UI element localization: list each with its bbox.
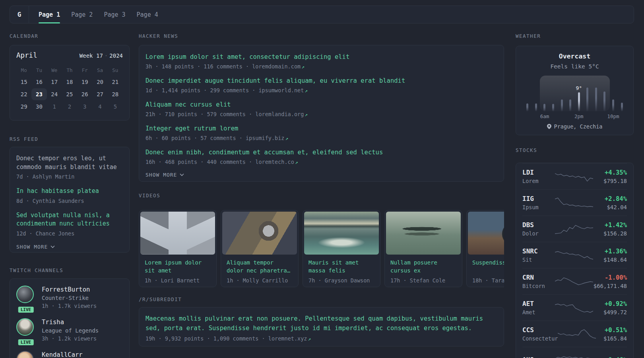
rss-show-more-button[interactable]: SHOW MORE (16, 244, 123, 250)
subreddit-post-title[interactable]: Maecenas mollis pulvinar erat non posuer… (145, 314, 497, 333)
stock-price: $148.64 (593, 256, 627, 263)
hackernews-item-title[interactable]: Aliquam nec cursus elit (145, 100, 497, 109)
hackernews-item-stats: 21h · 710 points · 579 comments · (145, 111, 255, 117)
twitch-channel-meta: 3h · 1.2k viewers (42, 335, 99, 342)
video-card[interactable]: Lorem ipsum dolor sit amet consectetu… 1… (139, 210, 217, 287)
hackernews-item-domain[interactable]: ipsumify.biz (246, 135, 285, 141)
subreddit-widget: Maecenas mollis pulvinar erat non posuer… (139, 307, 504, 346)
twitch-widget: LIVE ForrestBurton Counter-Strike 1h · 1… (10, 278, 130, 358)
twitch-section-label: TWITCH CHANNELS (10, 268, 130, 273)
hackernews-item: Aliquam nec cursus elit 21h · 710 points… (145, 100, 497, 118)
video-title[interactable]: Mauris sit amet massa felis (308, 259, 374, 274)
live-badge: LIVE (17, 339, 35, 346)
rss-item-title[interactable]: In hac habitasse platea (16, 187, 123, 196)
video-thumbnail[interactable] (468, 212, 504, 255)
app-logo[interactable]: G (10, 6, 29, 23)
stock-sparkline (555, 354, 593, 358)
subreddit-items: Maecenas mollis pulvinar erat non posuer… (145, 314, 497, 342)
location-pin-icon (547, 124, 551, 129)
hackernews-item-title[interactable]: Integer eget rutrum lorem (145, 124, 497, 133)
calendar-day-header: Tu (31, 66, 47, 75)
avatar (16, 318, 34, 336)
show-more-label: SHOW MORE (145, 172, 177, 178)
hackernews-item: Integer eget rutrum lorem 6h · 60 points… (145, 124, 497, 142)
video-thumbnail[interactable] (140, 212, 215, 255)
twitch-avatar-wrap: LIVE (16, 318, 35, 342)
stock-row: DBS Dolor +1.42% $156.28 (522, 216, 627, 242)
videos-section-label: VIDEOS (139, 193, 504, 198)
external-link-icon: ↗ (285, 135, 289, 141)
page-tab[interactable]: Page 3 (98, 6, 131, 23)
hackernews-item-title[interactable]: Donec enim nibh, condimentum et accumsan… (145, 148, 497, 157)
video-title[interactable]: Nullam posuere cursus ex (390, 259, 456, 274)
weather-bar (621, 103, 623, 111)
calendar-day-header: Th (62, 66, 77, 75)
stock-identity: SNRC Sit (522, 247, 555, 263)
stock-values: +0.92% $499.72 (593, 300, 627, 316)
calendar-day: 2 (62, 101, 77, 113)
hackernews-item-domain[interactable]: loremtech.co (255, 159, 294, 165)
page-tab[interactable]: Page 4 (131, 6, 164, 23)
video-thumbnail[interactable] (386, 212, 461, 255)
page-tab[interactable]: Page 1 (33, 6, 66, 23)
hackernews-show-more-button[interactable]: SHOW MORE (145, 172, 497, 178)
video-card[interactable]: Nullam posuere cursus ex 17h · Stefan Co… (384, 210, 462, 287)
stock-price: $156.28 (593, 230, 627, 237)
rss-item-title[interactable]: Donec tempor eros leo, ut commodo mauris… (16, 154, 123, 171)
twitch-channel-name[interactable]: Trisha (42, 318, 99, 327)
video-thumbnail[interactable] (304, 212, 379, 255)
twitch-channel-row[interactable]: LIVE Trisha League of Legends 3h · 1.2k … (16, 318, 123, 342)
video-card[interactable]: Suspendisse diam 18h · Tara (466, 210, 504, 287)
stock-change: +1.36% (593, 247, 627, 255)
video-title[interactable]: Suspendisse diam (472, 259, 504, 274)
weather-bar (612, 99, 614, 111)
twitch-channel-name[interactable]: KendallCarr (42, 351, 83, 358)
twitch-channel-info: ForrestBurton Counter-Strike 1h · 1.7k v… (42, 286, 97, 310)
twitch-channel-name[interactable]: ForrestBurton (42, 286, 97, 294)
video-card[interactable]: Mauris sit amet massa felis 7h · Grayson… (303, 210, 380, 287)
rss-item-meta: 8d · Cynthia Saunders (16, 197, 123, 204)
page-tab[interactable]: Page 2 (66, 6, 98, 23)
stock-values: +0.46% (593, 356, 627, 358)
hackernews-item-domain[interactable]: ipsumworld.net (258, 87, 304, 93)
weather-bar (569, 99, 571, 111)
chevron-down-icon (50, 245, 55, 248)
hackernews-item-domain[interactable]: loremlandia.org (255, 111, 304, 117)
twitch-channel-game: Counter-Strike (42, 294, 97, 302)
video-card[interactable]: Aliquam tempor dolor nec pharetra… 1h · … (221, 210, 299, 287)
weather-bar (595, 88, 597, 111)
video-title[interactable]: Lorem ipsum dolor sit amet consectetu… (145, 259, 211, 274)
hackernews-item-stats: 16h · 468 points · 440 comments · (145, 159, 255, 165)
stock-price: $66,171.48 (593, 282, 627, 290)
stock-row: LDI Lorem +4.35% $795.18 (522, 163, 627, 189)
middle-column: HACKER NEWS Lorem ipsum dolor sit amet, … (139, 33, 504, 346)
hackernews-item-title[interactable]: Lorem ipsum dolor sit amet, consectetur … (145, 53, 497, 61)
video-title[interactable]: Aliquam tempor dolor nec pharetra… (227, 259, 293, 274)
top-navigation: G Page 1 Page 2 Page 3 Page 4 (10, 6, 634, 23)
subreddit-post-domain[interactable]: loremnet.xyz (268, 335, 307, 342)
twitch-channel-row[interactable]: LIVE ForrestBurton Counter-Strike 1h · 1… (16, 286, 123, 310)
stock-identity: AHS (522, 356, 555, 358)
weather-location-text: Prague, Czechia (554, 123, 603, 130)
twitch-channel-row[interactable]: LIVE KendallCarr (16, 351, 123, 358)
calendar-day: 5 (108, 101, 123, 113)
hackernews-item-title[interactable]: Donec imperdiet augue tincidunt felis al… (145, 76, 497, 85)
video-meta: 17h · Stefan Cole (390, 277, 456, 284)
calendar-day: 29 (16, 101, 31, 113)
stock-price: $42.04 (593, 204, 627, 211)
weather-hour-label: 6am (540, 113, 549, 119)
weather-condition: Overcast (522, 53, 627, 60)
chevron-down-icon (180, 173, 184, 176)
page-tabs: Page 1 Page 2 Page 3 Page 4 (29, 6, 164, 23)
rss-item-title[interactable]: Sed volutpat nulla nisl, a condimentum n… (16, 211, 123, 228)
calendar-header: April Week 17·2024 (16, 51, 123, 59)
weather-section-label: WEATHER (516, 33, 634, 39)
video-thumbnail[interactable] (222, 212, 297, 255)
twitch-avatar-wrap: LIVE (16, 286, 35, 310)
calendar-day: 15 (16, 76, 31, 88)
hackernews-item-domain[interactable]: loremdomain.com (252, 63, 301, 70)
calendar-week-label: Week 17 (80, 53, 103, 59)
twitch-channel-info: Trisha League of Legends 3h · 1.2k viewe… (42, 318, 99, 342)
external-link-icon: ↗ (305, 88, 308, 93)
video-meta: 7h · Grayson Dawson (308, 277, 374, 284)
